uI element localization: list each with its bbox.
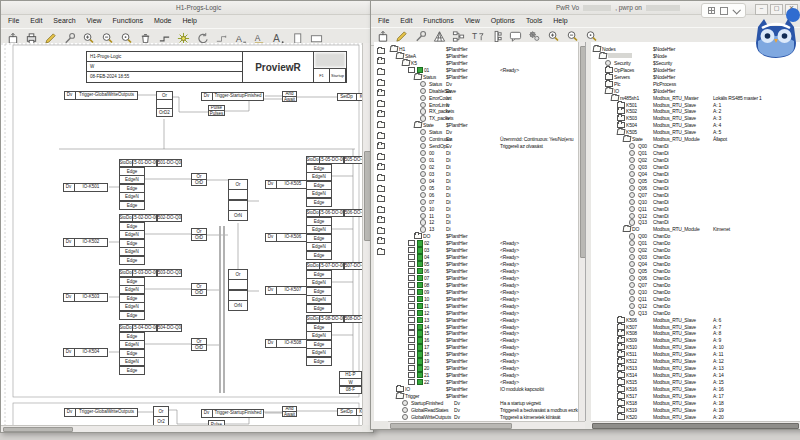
tree-row[interactable]: rs485sh1Modbus_RTU_MasterLokális RS485 m… xyxy=(591,95,800,102)
maximize-button[interactable]: ▢ xyxy=(770,4,783,15)
palette-folder-icon[interactable] xyxy=(377,48,385,54)
fullscreen-icon[interactable] xyxy=(720,7,728,15)
tree-row[interactable]: K509Modbus_RTU_SlaveA: 9 xyxy=(591,337,800,344)
menu-edit[interactable]: Edit xyxy=(30,17,42,27)
tree-row[interactable]: Q13ChanDi xyxy=(591,219,800,226)
tree-row[interactable]: 03Di xyxy=(388,171,578,178)
tree-row[interactable]: StateModbus_RTU_ModuleÁllapot xyxy=(591,136,800,143)
palette-folder-icon[interactable] xyxy=(377,207,385,213)
tree-row[interactable]: 17$PlantHier<Ready> xyxy=(388,344,578,351)
logic-node[interactable]: EdgeEdgeNEdgeEdgeNEdge xyxy=(306,323,332,366)
tree-row[interactable]: K502Modbus_RTU_SlaveA: 2 xyxy=(591,108,800,115)
tree-row[interactable]: OpPlaces$NodeHier xyxy=(591,67,800,74)
logic-node[interactable]: AndAwait xyxy=(282,406,297,417)
tree-row[interactable]: Q06ChanDo xyxy=(591,275,800,282)
tree-row[interactable]: 12Di xyxy=(388,219,578,226)
tree-row[interactable]: 06Di xyxy=(388,192,578,199)
tree-row[interactable]: 20$PlantHier<Ready> xyxy=(388,365,578,372)
logic-node[interactable]: DvIO-K506 xyxy=(265,233,310,242)
tree-row[interactable]: 05$PlantHier<Ready> xyxy=(388,261,578,268)
logic-node[interactable]: H1-PW08-F xyxy=(339,371,362,394)
tree-row[interactable]: K510Modbus_RTU_SlaveA: 10 xyxy=(591,344,800,351)
tree-row[interactable]: Q01ChanDo xyxy=(591,240,800,247)
tree-row[interactable]: ContinuousEvÜzemmód: Continuous: Yes/No(… xyxy=(388,136,578,143)
tree-row[interactable]: K506Modbus_RTU_SlaveA: 6 xyxy=(591,317,800,324)
tree-row[interactable]: Q07ChanDo xyxy=(591,282,800,289)
logic-node[interactable]: SetDpK5 xyxy=(337,408,362,416)
grid-icon[interactable] xyxy=(708,7,715,14)
menu-edit[interactable]: Edit xyxy=(400,17,412,26)
navigator-titlebar[interactable]: PwR Vo , pwrp on – ▢ ✕ xyxy=(371,1,800,15)
menu-file[interactable]: File xyxy=(8,17,19,27)
tree-row[interactable]: K507Modbus_RTU_SlaveA: 7 xyxy=(591,324,800,331)
logic-node[interactable]: OrOrD xyxy=(191,283,207,296)
tree-row[interactable]: 07$PlantHier<Ready> xyxy=(388,275,578,282)
logic-node[interactable]: EdgeEdgeNEdgeEdgeNEdge xyxy=(306,270,332,313)
tree-row[interactable]: State$PlantHier xyxy=(388,122,578,129)
tree-row[interactable]: K514Modbus_RTU_SlaveA: 14 xyxy=(591,372,800,379)
plc-editor-titlebar[interactable]: H1-Progs-Logic xyxy=(1,1,373,15)
tree-row[interactable]: IO$PlantHierIO modulok kapcsolói xyxy=(388,386,578,393)
menu-file[interactable]: File xyxy=(378,17,389,26)
logic-node[interactable]: OrOrN xyxy=(228,179,248,221)
logic-node[interactable]: DvTrigger-StartupFinished xyxy=(201,92,264,101)
node-tree-hscrollbar[interactable] xyxy=(591,421,800,429)
tree-row[interactable]: Q00ChanDo xyxy=(591,233,800,240)
menu-functions[interactable]: Functions xyxy=(113,17,143,27)
tree-row[interactable]: 18$PlantHier<Ready> xyxy=(388,351,578,358)
tree-row[interactable]: 05Di xyxy=(388,185,578,192)
logic-node[interactable]: DvIO-K503 xyxy=(63,293,108,302)
tree-row[interactable]: Q02ChanDo xyxy=(591,247,800,254)
tree-row[interactable]: Q04ChanDo xyxy=(591,261,800,268)
menu-mode[interactable]: Mode xyxy=(154,17,172,27)
tree-row[interactable]: 14$PlantHier<Ready> xyxy=(388,324,578,331)
tree-row[interactable]: 04$PlantHier<Ready> xyxy=(388,254,578,261)
tree-row[interactable]: K505Modbus_RTU_SlaveA: 5 xyxy=(591,129,800,136)
tree-row[interactable]: DOModbus_RTU_ModuleKimenet xyxy=(591,226,800,233)
tree-row[interactable]: 13$PlantHier<Ready> xyxy=(388,317,578,324)
palette-folder-icon[interactable] xyxy=(377,143,385,149)
palette-folder-icon[interactable] xyxy=(377,175,385,181)
tree-row[interactable]: RX_packetsIv xyxy=(388,108,578,115)
logic-node[interactable]: EdgeEdgeNEdgeEdgeNEdge xyxy=(306,217,332,260)
tree-row[interactable]: K519Modbus_RTU_SlaveA: 19 xyxy=(591,407,800,414)
tree-row[interactable]: K513Modbus_RTU_SlaveA: 13 xyxy=(591,365,800,372)
tree-row[interactable]: Q04ChanDi xyxy=(591,171,800,178)
tree-row[interactable]: Q05ChanDo xyxy=(591,268,800,275)
tree-row[interactable]: 07Di xyxy=(388,199,578,206)
tree-row[interactable]: Q10ChanDi xyxy=(591,199,800,206)
logic-node[interactable]: OrOr2 xyxy=(153,406,169,425)
logic-node[interactable]: OrOrD xyxy=(191,228,207,241)
logic-node[interactable]: EdgeEdgeNEdgeEdgeNEdge xyxy=(119,222,145,265)
logic-node[interactable]: SetDpK501 xyxy=(337,93,362,101)
tree-row[interactable]: Servers$NodeHier xyxy=(591,74,800,81)
tree-row[interactable]: Q12ChanDo xyxy=(591,303,800,310)
tree-row[interactable]: GlobalWriteOutputsDvTriggereli a kimenet… xyxy=(388,414,578,421)
logic-node[interactable]: DvIO-K502 xyxy=(63,238,108,247)
palette-folder-icon[interactable] xyxy=(377,111,385,117)
logic-node[interactable]: DvIO-K504 xyxy=(63,348,108,357)
plant-tree-hscrollbar[interactable] xyxy=(388,421,585,429)
tree-row[interactable]: 00Di xyxy=(388,150,578,157)
logic-node[interactable]: OrOrD2 xyxy=(156,91,173,117)
tree-row[interactable]: Trigger$PlantHier xyxy=(388,393,578,400)
node-tree-hscroll-thumb[interactable] xyxy=(592,423,799,429)
tree-row[interactable]: Q05ChanDi xyxy=(591,178,800,185)
tree-row[interactable]: Q13ChanDo xyxy=(591,310,800,317)
logic-node[interactable]: OrOrD xyxy=(191,338,207,351)
palette-folder-icon[interactable] xyxy=(377,217,385,223)
minimize-button[interactable]: – xyxy=(755,4,768,15)
palette-folder-icon[interactable] xyxy=(377,154,385,160)
tree-row[interactable]: Status$PlantHier xyxy=(388,74,578,81)
tree-row[interactable]: 08$PlantHier<Ready> xyxy=(388,282,578,289)
menu-tools[interactable]: Tools xyxy=(526,17,542,26)
menu-view[interactable]: View xyxy=(87,17,102,27)
tree-row[interactable]: SiteA$PlantHier xyxy=(388,53,578,60)
logic-node[interactable]: DvIO-K505 xyxy=(265,180,310,189)
logic-diagram-canvas[interactable]: H1-Progs-Logic W 08-FEB-2024 18:55 Provi… xyxy=(1,43,362,425)
tree-row[interactable]: 10$PlantHier<Ready> xyxy=(388,296,578,303)
logic-node[interactable]: DvTrigger-GlobalWriteOutputs xyxy=(64,408,138,417)
tree-row[interactable]: StartupFinishedDvHa a startup végzett xyxy=(388,400,578,407)
tree-row[interactable]: IO$NodeHier xyxy=(591,88,800,95)
tree-row[interactable]: 02Di xyxy=(388,164,578,171)
